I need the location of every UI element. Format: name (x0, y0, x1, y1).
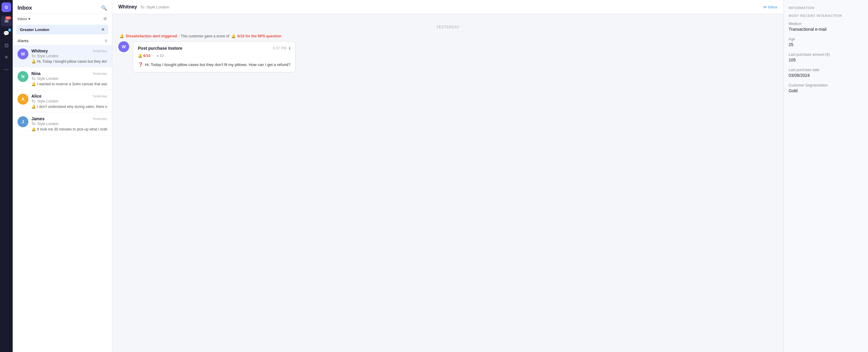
inbox-tag: ✉ Inbox (763, 5, 777, 9)
alerts-section-header: Alerts 9 (13, 36, 112, 45)
filter-tag-close-button[interactable]: ✕ (101, 27, 105, 32)
nav-badge-chat: 1 (8, 28, 11, 32)
alert-bell-icon: 🔔 (120, 34, 124, 38)
avatar-alice: A (18, 94, 28, 105)
message-text: ❓ Hi, Today I bought pillow cases but th… (138, 62, 290, 68)
chevron-down-icon: ▾ (28, 16, 30, 21)
nav-item-more[interactable]: ⋯ (1, 64, 12, 75)
conv-name-alice: Alice (31, 94, 41, 99)
sidebar-sub-header: Inbox ▾ ⚙ (13, 14, 112, 24)
conversation-item-james[interactable]: J James Yesterday To: Style London 🔔 It … (13, 113, 112, 135)
conversation-item-nina[interactable]: N Nina Yesterday To: Style London 🔔 I wa… (13, 68, 112, 90)
conversation-item-whitney[interactable]: W Whitney Yesterday To: Style London 🔔 H… (13, 45, 112, 68)
avatar-nina: N (18, 71, 28, 82)
conv-name-nina: Nina (31, 71, 40, 76)
dissatisfaction-alert-banner: 🔔 Dissatisfaction alert triggered · This… (118, 34, 777, 38)
question-icon: ❓ (138, 62, 143, 68)
nav-item-surveys[interactable]: ≡ (1, 52, 12, 63)
conv-to-whitney: To: Style London (31, 54, 107, 58)
conv-preview-james: 🔔 It took me 30 minutes to pick-up what … (31, 127, 107, 131)
panel-label-age: Age (788, 37, 863, 41)
nav-badge-inbox: 99+ (5, 16, 11, 20)
right-panel: INFORMATION MOST RECENT INTERACTION Medi… (783, 0, 868, 352)
panel-value-last-purchase-amount: 105 (788, 58, 863, 62)
panel-field-medium: Medium Transactional e-mail (788, 22, 863, 32)
inbox-dropdown[interactable]: Inbox ▾ (18, 16, 30, 21)
main-header: Whitney To: Style London ✉ Inbox (112, 0, 783, 14)
main-header-to: To: Style London (140, 5, 169, 9)
filter-icon[interactable]: ⚙ (103, 16, 107, 21)
alert-icon-whitney: 🔔 (31, 59, 36, 64)
sidebar: Inbox 🔍 Inbox ▾ ⚙ Greater London ✕ Alert… (13, 0, 112, 352)
alert-nps-score: 6/10 for the NPS question (238, 34, 281, 38)
panel-label-customer-segmentation: Customer Segmentation (788, 83, 863, 87)
conv-time-nina: Yesterday (92, 72, 107, 75)
conv-body-nina: Nina Yesterday To: Style London 🔔 I want… (31, 71, 107, 86)
main-contact-name: Whitney (118, 4, 137, 10)
conv-time-james: Yesterday (92, 117, 107, 120)
inbox-tag-label: Inbox (768, 5, 777, 9)
panel-field-last-purchase-date: Last purchase date 03/08/2024 (788, 68, 863, 78)
conv-body-james: James Yesterday To: Style London 🔔 It to… (31, 116, 107, 131)
panel-field-age: Age 25 (788, 37, 863, 47)
inbox-tag-icon: ✉ (763, 5, 767, 9)
search-icon[interactable]: 🔍 (101, 5, 107, 11)
alert-icon-nina: 🔔 (31, 82, 36, 86)
conv-preview-nina: 🔔 I wanted to reserve a 3x4m canvas that… (31, 82, 107, 86)
avatar-whitney: W (18, 48, 28, 59)
conversation-item-alice[interactable]: A Alice Yesterday To: Style London 🔔 I d… (13, 90, 112, 113)
sidebar-header: Inbox 🔍 (13, 0, 112, 14)
panel-label-last-purchase-amount: Last purchase amount (€) (788, 52, 863, 57)
alerts-label: Alerts (18, 39, 29, 43)
alert-detail-text: · This customer gave a score of (179, 34, 229, 38)
msg-card-time: 6:37 PM (273, 46, 286, 50)
conv-name-whitney: Whitney (31, 48, 48, 54)
sidebar-title: Inbox (18, 5, 32, 11)
panel-label-last-purchase-date: Last purchase date (788, 68, 863, 72)
chat-area: YESTERDAY 🔔 Dissatisfaction alert trigge… (112, 14, 783, 352)
conv-to-nina: To: Style London (31, 76, 107, 81)
nps-alert-icon: 🔔 (138, 54, 143, 58)
layers-icon: ≡ (157, 54, 159, 58)
main-content: Whitney To: Style London ✉ Inbox YESTERD… (112, 0, 783, 352)
nps-score-display: 🔔 6/10 (138, 54, 150, 58)
message-avatar-whitney: W (118, 41, 129, 52)
conv-preview-alice: 🔔 I don't understand why during sales, t… (31, 105, 107, 109)
panel-value-medium: Transactional e-mail (788, 27, 863, 32)
nav-item-chat[interactable]: 💬 1 (1, 28, 12, 39)
panel-subsection-title: MOST RECENT INTERACTION (788, 14, 863, 17)
panel-value-last-purchase-date: 03/08/2024 (788, 73, 863, 78)
conv-time-alice: Yesterday (92, 94, 107, 98)
filter-tag-label: Greater London (20, 27, 50, 32)
conv-to-alice: To: Style London (31, 99, 107, 103)
left-navigation: G ✉ 99+ 💬 1 ⊡ ≡ ⋯ (0, 0, 13, 352)
panel-value-customer-segmentation: Gold (788, 88, 863, 93)
conv-body-whitney: Whitney Yesterday To: Style London 🔔 Hi,… (31, 48, 107, 64)
avatar-james: J (18, 116, 28, 127)
alert-icon-james: 🔔 (31, 127, 36, 131)
date-divider: YESTERDAY (118, 25, 777, 29)
conv-preview-whitney: 🔔 Hi, Today I bought pillow cases but th… (31, 59, 107, 64)
panel-label-medium: Medium (788, 22, 863, 26)
conv-name-james: James (31, 116, 45, 121)
nav-item-overview[interactable]: ⊡ (1, 40, 12, 50)
conv-body-alice: Alice Yesterday To: Style London 🔔 I don… (31, 94, 107, 109)
panel-value-age: 25 (788, 42, 863, 47)
conv-time-whitney: Yesterday (92, 49, 107, 53)
conv-to-james: To: Style London (31, 122, 107, 126)
alerts-count: 9 (105, 39, 107, 43)
alert-triggered-text: Dissatisfaction alert triggered (126, 34, 177, 38)
nav-item-inbox[interactable]: ✉ 99+ (1, 16, 12, 27)
filter-tag-greater-london: Greater London ✕ (16, 25, 108, 34)
panel-section-title: INFORMATION (788, 6, 863, 10)
message-row-whitney: W Post purchase Instore 6:37 PM ℹ 🔔 6/10… (118, 41, 777, 72)
panel-field-last-purchase-amount: Last purchase amount (€) 105 (788, 52, 863, 62)
nav-logo: G (1, 2, 11, 12)
conversation-list: W Whitney Yesterday To: Style London 🔔 H… (13, 45, 112, 352)
panel-field-customer-segmentation: Customer Segmentation Gold (788, 83, 863, 93)
message-card: Post purchase Instore 6:37 PM ℹ 🔔 6/10 ·… (133, 41, 296, 72)
alert-score-icon: 🔔 (231, 34, 236, 38)
info-icon[interactable]: ℹ (289, 46, 290, 50)
alert-icon-alice: 🔔 (31, 105, 36, 109)
layers-count: ≡ 10 (157, 54, 163, 58)
